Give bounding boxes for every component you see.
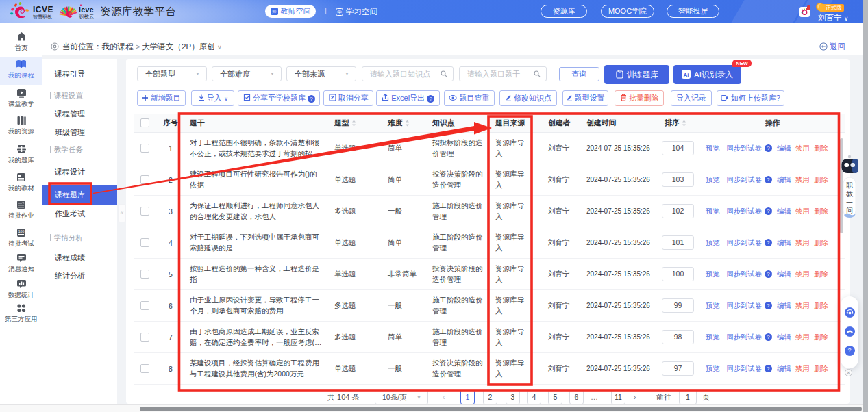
svg-text:智慧职教: 智慧职教 xyxy=(33,14,52,20)
svg-text:问: 问 xyxy=(846,207,853,214)
svg-text:师: 师 xyxy=(272,9,277,14)
svg-text:icve: icve xyxy=(79,5,94,14)
svg-text:Ai: Ai xyxy=(684,72,689,78)
svg-text:100: 100 xyxy=(18,229,25,233)
svg-text:职: 职 xyxy=(846,181,854,189)
svg-text:职教云: 职教云 xyxy=(79,14,95,20)
svg-text:ICVE: ICVE xyxy=(33,5,53,14)
svg-text:一: 一 xyxy=(846,198,853,206)
svg-text:学: 学 xyxy=(337,10,342,14)
svg-text:教: 教 xyxy=(846,190,853,198)
